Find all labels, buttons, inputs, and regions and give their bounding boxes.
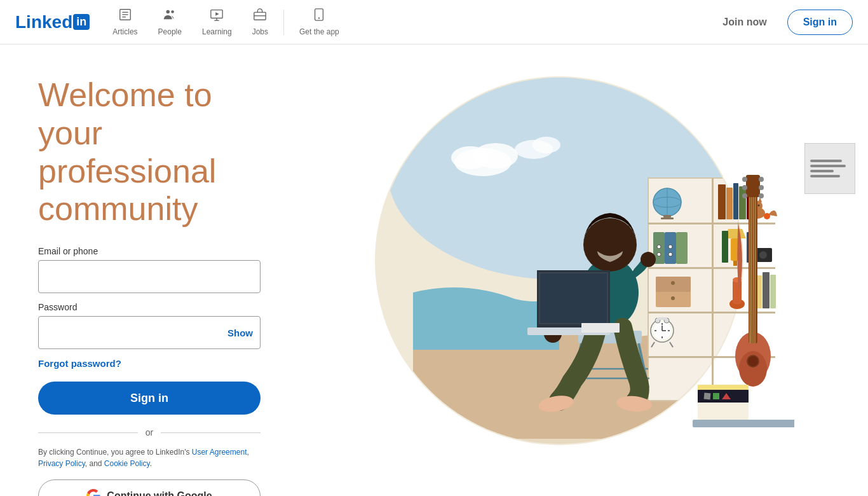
- svg-point-52: [668, 252, 672, 256]
- nav-item-jobs[interactable]: Jobs: [242, 0, 278, 45]
- google-continue-button[interactable]: Continue with Google: [38, 479, 261, 496]
- svg-point-91: [742, 185, 747, 190]
- divider-line-right: [161, 432, 261, 433]
- svg-point-4: [166, 10, 170, 14]
- nav-label-jobs: Jobs: [252, 27, 268, 36]
- password-group: Password Show: [38, 302, 261, 349]
- nav-label-learning: Learning: [202, 27, 232, 36]
- svg-rect-69: [763, 272, 770, 308]
- svg-marker-9: [215, 12, 219, 15]
- doc-line-2: [810, 165, 846, 167]
- svg-point-120: [583, 218, 637, 272]
- show-password-button[interactable]: Show: [227, 327, 253, 338]
- svg-rect-56: [722, 231, 728, 263]
- svg-point-22: [532, 137, 560, 153]
- svg-point-20: [451, 146, 489, 169]
- nav-divider: [283, 10, 284, 35]
- header-left: Linkedin Articles People Learning: [15, 0, 349, 45]
- svg-rect-89: [746, 175, 760, 197]
- sign-in-header-button[interactable]: Sign in: [787, 10, 853, 35]
- svg-rect-68: [757, 275, 762, 308]
- svg-rect-37: [739, 186, 746, 219]
- svg-point-5: [172, 10, 175, 13]
- email-input[interactable]: [38, 260, 261, 293]
- learning-icon: [210, 8, 224, 25]
- nav-label-people: People: [158, 27, 182, 36]
- main-content: Welcome to your professional community E…: [0, 45, 868, 496]
- svg-rect-48: [676, 232, 688, 264]
- logo-text-linked: Linked: [15, 12, 72, 32]
- svg-rect-101: [698, 402, 749, 420]
- svg-rect-106: [713, 393, 719, 399]
- right-panel: [286, 45, 868, 496]
- svg-point-62: [671, 281, 675, 285]
- join-now-button[interactable]: Join now: [712, 11, 776, 33]
- svg-point-59: [759, 251, 767, 259]
- svg-rect-127: [540, 273, 607, 323]
- header-right: Join now Sign in: [712, 10, 853, 35]
- svg-rect-70: [770, 275, 776, 308]
- svg-point-94: [759, 185, 764, 190]
- terms-text: By clicking Continue, you agree to Linke…: [38, 446, 261, 469]
- svg-rect-55: [733, 261, 737, 266]
- svg-point-49: [657, 245, 661, 249]
- email-group: Email or phone: [38, 246, 261, 293]
- svg-rect-33: [661, 217, 674, 219]
- nav-label-articles: Articles: [112, 27, 137, 36]
- svg-point-63: [671, 296, 675, 300]
- cookie-policy-link[interactable]: Cookie Policy: [104, 459, 150, 468]
- left-panel: Welcome to your professional community E…: [0, 45, 286, 496]
- svg-rect-100: [693, 420, 794, 427]
- svg-rect-128: [581, 323, 620, 333]
- header: Linkedin Articles People Learning: [0, 0, 868, 45]
- divider-line-left: [38, 432, 138, 433]
- svg-rect-28: [712, 178, 714, 401]
- doc-line-1: [810, 160, 842, 162]
- nav-item-learning[interactable]: Learning: [192, 0, 242, 45]
- svg-point-121: [641, 252, 656, 267]
- main-illustration: [286, 45, 794, 477]
- nav-item-articles[interactable]: Articles: [102, 0, 147, 45]
- svg-rect-32: [663, 215, 671, 217]
- user-agreement-link[interactable]: User Agreement: [192, 448, 247, 457]
- linkedin-logo[interactable]: Linkedin: [15, 12, 90, 32]
- svg-point-45: [764, 213, 770, 219]
- svg-point-87: [748, 356, 758, 366]
- people-icon: [163, 8, 177, 25]
- google-button-label: Continue with Google: [107, 490, 212, 496]
- nav-label-get-app: Get the app: [299, 27, 339, 36]
- svg-point-90: [742, 177, 747, 182]
- divider-row: or: [38, 427, 261, 437]
- svg-point-50: [657, 252, 661, 256]
- jobs-icon: [253, 8, 267, 25]
- forgot-password-link[interactable]: Forgot password?: [38, 358, 261, 369]
- svg-rect-105: [704, 393, 711, 400]
- email-label: Email or phone: [38, 246, 261, 256]
- svg-rect-36: [733, 183, 738, 219]
- google-icon: [86, 489, 100, 496]
- svg-point-95: [759, 193, 764, 198]
- header-nav: Articles People Learning Jobs: [102, 0, 349, 45]
- logo-text-in: in: [73, 14, 90, 30]
- articles-icon: [118, 8, 132, 25]
- svg-point-44: [758, 205, 760, 207]
- svg-rect-34: [718, 184, 726, 219]
- svg-point-51: [668, 245, 672, 249]
- doc-line-4: [810, 175, 840, 177]
- doc-line-3: [810, 170, 834, 172]
- sign-in-main-button[interactable]: Sign in: [38, 382, 261, 415]
- svg-point-93: [759, 177, 764, 182]
- nav-item-get-the-app[interactable]: Get the app: [289, 0, 349, 45]
- svg-rect-83: [657, 317, 667, 320]
- welcome-title: Welcome to your professional community: [38, 76, 261, 228]
- privacy-policy-link[interactable]: Privacy Policy: [38, 459, 85, 468]
- password-label: Password: [38, 302, 261, 312]
- nav-item-people[interactable]: People: [148, 0, 192, 45]
- svg-point-92: [742, 193, 747, 198]
- document-card: [804, 143, 855, 194]
- svg-rect-35: [726, 188, 733, 219]
- password-wrapper: Show: [38, 316, 261, 349]
- get-app-icon: [312, 8, 326, 25]
- divider-or: or: [146, 427, 153, 437]
